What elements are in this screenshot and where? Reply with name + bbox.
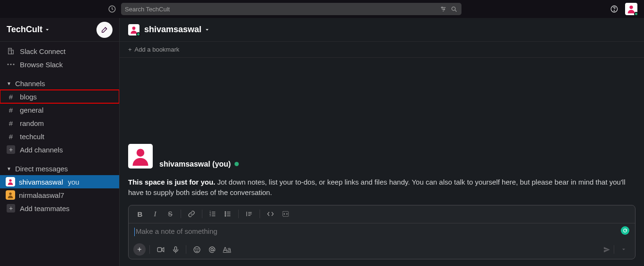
attach-plus-button[interactable]: + bbox=[133, 243, 146, 256]
channel-label: random bbox=[20, 119, 44, 127]
plus-icon: + bbox=[128, 46, 132, 53]
browse-slack-link[interactable]: Browse Slack bbox=[0, 58, 119, 71]
history-icon[interactable] bbox=[108, 5, 116, 13]
composer-input[interactable]: Make a note of something bbox=[129, 223, 635, 240]
svg-point-5 bbox=[444, 9, 445, 10]
blockquote-icon[interactable] bbox=[243, 207, 256, 221]
slack-connect-link[interactable]: Slack Connect bbox=[0, 44, 119, 58]
search-input[interactable] bbox=[125, 6, 440, 13]
strike-icon[interactable]: S bbox=[164, 207, 177, 221]
dms-section-head[interactable]: ▼Direct messages bbox=[0, 162, 119, 175]
svg-point-46 bbox=[211, 248, 213, 251]
svg-point-45 bbox=[197, 248, 198, 249]
dm-label: nirmalaaswal7 bbox=[19, 191, 64, 199]
add-bookmark-button[interactable]: +Add a bookmark bbox=[120, 42, 644, 58]
section-label: Direct messages bbox=[15, 165, 68, 173]
channel-label: blogs bbox=[20, 93, 37, 101]
svg-point-31 bbox=[225, 212, 226, 213]
channel-techcult[interactable]: #techcult bbox=[0, 130, 119, 143]
svg-point-6 bbox=[452, 7, 456, 10]
svg-rect-12 bbox=[11, 50, 13, 54]
video-icon[interactable] bbox=[154, 243, 167, 256]
intro-avatar bbox=[128, 144, 153, 168]
svg-point-17 bbox=[13, 64, 15, 65]
search-input-wrap[interactable] bbox=[121, 3, 461, 15]
svg-point-4 bbox=[442, 7, 443, 8]
conversation-header[interactable]: shivamsaswal bbox=[120, 18, 644, 42]
italic-icon[interactable]: I bbox=[148, 207, 162, 221]
hash-icon: # bbox=[7, 93, 15, 101]
status-dot-icon bbox=[634, 12, 638, 16]
svg-point-16 bbox=[10, 64, 12, 65]
ordered-list-icon[interactable]: 123 bbox=[206, 207, 219, 221]
svg-point-18 bbox=[9, 179, 11, 182]
svg-marker-40 bbox=[162, 248, 164, 252]
svg-point-33 bbox=[225, 215, 226, 216]
dm-avatar bbox=[6, 177, 15, 186]
plus-icon: + bbox=[7, 204, 15, 213]
svg-point-15 bbox=[8, 64, 9, 65]
svg-point-10 bbox=[629, 6, 633, 9]
hash-icon: # bbox=[7, 133, 15, 141]
conversation-avatar bbox=[128, 24, 139, 35]
emoji-icon[interactable] bbox=[190, 243, 203, 256]
svg-text:3: 3 bbox=[209, 215, 211, 217]
conversation-title: shivamsaswal bbox=[144, 25, 201, 35]
svg-rect-41 bbox=[174, 247, 176, 250]
add-channels-button[interactable]: +Add channels bbox=[0, 143, 119, 156]
workspace-switcher[interactable]: TechCult bbox=[7, 25, 50, 35]
dm-avatar bbox=[6, 190, 15, 200]
format-icon[interactable]: Aa bbox=[220, 243, 234, 256]
sidebar-label: Browse Slack bbox=[20, 61, 63, 69]
status-dot-icon bbox=[136, 32, 140, 36]
svg-point-20 bbox=[132, 27, 136, 30]
filter-icon[interactable] bbox=[440, 6, 447, 13]
chevron-down-icon bbox=[44, 27, 50, 33]
svg-point-44 bbox=[195, 248, 196, 249]
send-options-icon[interactable] bbox=[617, 243, 630, 256]
hash-icon: # bbox=[7, 106, 15, 114]
more-icon bbox=[7, 63, 15, 65]
top-toolbar bbox=[0, 0, 644, 18]
you-label: you bbox=[68, 178, 79, 186]
mic-icon[interactable] bbox=[169, 243, 182, 256]
building-icon bbox=[7, 47, 15, 55]
channel-random[interactable]: #random bbox=[0, 116, 119, 130]
channel-blogs[interactable]: #blogs bbox=[0, 90, 119, 103]
sidebar-label: Add channels bbox=[20, 146, 63, 154]
compose-button[interactable] bbox=[96, 22, 113, 38]
intro-text: This space is just for you. Jot down not… bbox=[128, 177, 635, 198]
caret-down-icon: ▼ bbox=[7, 166, 11, 171]
svg-point-19 bbox=[9, 193, 11, 195]
dm-nirmalaaswal7[interactable]: nirmalaaswal7 bbox=[0, 188, 119, 202]
sidebar-label: Slack Connect bbox=[20, 47, 66, 55]
workspace-name: TechCult bbox=[7, 25, 43, 35]
svg-line-7 bbox=[455, 10, 456, 11]
sidebar: TechCult Slack Connect Browse Slack ▼Cha… bbox=[0, 18, 119, 266]
codeblock-icon[interactable] bbox=[279, 207, 292, 221]
channels-section-head[interactable]: ▼Channels bbox=[0, 77, 119, 90]
channel-label: general bbox=[20, 106, 44, 114]
mention-icon[interactable] bbox=[205, 243, 218, 256]
svg-point-21 bbox=[137, 149, 145, 157]
code-icon[interactable] bbox=[264, 207, 277, 221]
add-teammates-button[interactable]: +Add teammates bbox=[0, 202, 119, 215]
caret-down-icon: ▼ bbox=[7, 81, 11, 86]
svg-point-32 bbox=[225, 213, 226, 214]
dm-shivamsaswal[interactable]: shivamsaswalyou bbox=[0, 175, 119, 188]
chevron-down-icon bbox=[204, 27, 210, 33]
channel-general[interactable]: #general bbox=[0, 103, 119, 116]
composer-placeholder: Make a note of something bbox=[136, 227, 218, 235]
send-button[interactable] bbox=[603, 246, 611, 254]
help-icon[interactable] bbox=[610, 5, 618, 13]
sidebar-label: Add teammates bbox=[20, 204, 70, 213]
link-icon[interactable] bbox=[185, 207, 198, 221]
search-icon[interactable] bbox=[451, 6, 458, 13]
bullet-list-icon[interactable] bbox=[221, 207, 235, 221]
svg-rect-39 bbox=[157, 248, 162, 252]
main-content: shivamsaswal +Add a bookmark shivamsaswa… bbox=[119, 18, 644, 266]
bold-icon[interactable]: B bbox=[133, 207, 147, 221]
grammarly-icon[interactable] bbox=[621, 226, 629, 235]
active-status-icon bbox=[235, 162, 239, 166]
user-avatar[interactable] bbox=[625, 3, 637, 15]
